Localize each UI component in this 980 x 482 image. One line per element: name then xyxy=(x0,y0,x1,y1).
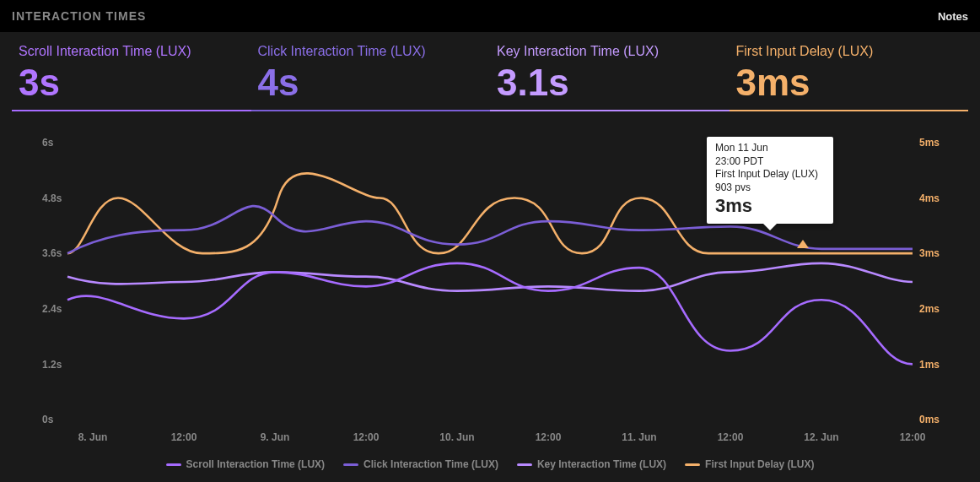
metric-fid[interactable]: First Input Delay (LUX) 3ms xyxy=(730,44,969,111)
metric-fid-label: First Input Delay (LUX) xyxy=(736,44,962,59)
legend-click[interactable]: Click Interaction Time (LUX) xyxy=(343,458,498,470)
y-right-tick: 2ms xyxy=(919,303,940,315)
y-left-tick: 2.4s xyxy=(42,303,62,315)
x-tick: 12:00 xyxy=(718,431,744,443)
legend-scroll-label: Scroll Interaction Time (LUX) xyxy=(186,458,325,470)
interaction-times-panel: INTERACTION TIMES Notes Scroll Interacti… xyxy=(0,0,980,482)
x-tick: 9. Jun xyxy=(261,431,290,443)
x-tick: 12. Jun xyxy=(804,431,838,443)
series-scroll xyxy=(67,263,913,365)
metric-key[interactable]: Key Interaction Time (LUX) 3.1s xyxy=(490,44,730,111)
metric-fid-value: 3ms xyxy=(736,64,962,101)
metric-scroll-value: 3s xyxy=(19,64,245,101)
y-left-tick: 1.2s xyxy=(42,358,62,370)
y-right-tick: 0ms xyxy=(919,414,940,425)
x-tick: 12:00 xyxy=(536,431,562,443)
metric-scroll[interactable]: Scroll Interaction Time (LUX) 3s xyxy=(12,44,251,111)
metric-click[interactable]: Click Interaction Time (LUX) 4s xyxy=(251,44,491,111)
chart-area[interactable]: 0s 1.2s 2.4s 3.6s 4.8s 6s 0ms 1ms 2ms 3m… xyxy=(0,111,980,450)
y-left-tick: 3.6s xyxy=(42,247,62,259)
x-tick: 8. Jun xyxy=(78,431,108,443)
y-left-tick: 4.8s xyxy=(42,192,62,203)
legend-swatch-icon xyxy=(343,463,358,466)
series-key xyxy=(67,263,913,291)
y-right-tick: 4ms xyxy=(919,192,940,203)
legend-swatch-icon xyxy=(685,463,700,466)
y-axis-right: 0ms 1ms 2ms 3ms 4ms 5ms xyxy=(919,137,940,425)
x-axis: 8. Jun 12:00 9. Jun 12:00 10. Jun 12:00 … xyxy=(78,431,926,443)
panel-header: INTERACTION TIMES Notes xyxy=(0,0,980,32)
line-chart[interactable]: 0s 1.2s 2.4s 3.6s 4.8s 6s 0ms 1ms 2ms 3m… xyxy=(42,128,946,450)
metric-scroll-label: Scroll Interaction Time (LUX) xyxy=(19,44,245,59)
metric-click-label: Click Interaction Time (LUX) xyxy=(258,44,484,59)
panel-title: INTERACTION TIMES xyxy=(12,9,146,23)
y-left-tick: 0s xyxy=(42,414,53,425)
x-tick: 12:00 xyxy=(900,431,926,443)
metric-key-label: Key Interaction Time (LUX) xyxy=(497,44,723,59)
y-right-tick: 3ms xyxy=(919,247,940,259)
legend-key-label: Key Interaction Time (LUX) xyxy=(537,458,666,470)
chart-marker-icon xyxy=(797,240,809,248)
metric-click-value: 4s xyxy=(258,64,484,101)
x-tick: 12:00 xyxy=(353,431,380,443)
metrics-row: Scroll Interaction Time (LUX) 3s Click I… xyxy=(0,32,980,111)
y-left-tick: 6s xyxy=(42,137,53,149)
legend-swatch-icon xyxy=(166,463,181,466)
legend-swatch-icon xyxy=(517,463,532,466)
legend-click-label: Click Interaction Time (LUX) xyxy=(363,458,498,470)
metric-key-value: 3.1s xyxy=(497,64,723,101)
x-tick: 12:00 xyxy=(171,431,197,443)
legend-fid-label: First Input Delay (LUX) xyxy=(705,458,814,470)
y-axis-left: 0s 1.2s 2.4s 3.6s 4.8s 6s xyxy=(42,137,62,425)
legend-fid[interactable]: First Input Delay (LUX) xyxy=(685,458,814,470)
y-right-tick: 5ms xyxy=(919,137,940,149)
legend-scroll[interactable]: Scroll Interaction Time (LUX) xyxy=(166,458,325,470)
series-click xyxy=(67,206,913,253)
notes-link[interactable]: Notes xyxy=(938,10,968,23)
x-tick: 11. Jun xyxy=(622,431,656,443)
legend-key[interactable]: Key Interaction Time (LUX) xyxy=(517,458,666,470)
y-right-tick: 1ms xyxy=(919,358,940,370)
x-tick: 10. Jun xyxy=(439,431,474,443)
chart-legend: Scroll Interaction Time (LUX) Click Inte… xyxy=(0,450,980,482)
